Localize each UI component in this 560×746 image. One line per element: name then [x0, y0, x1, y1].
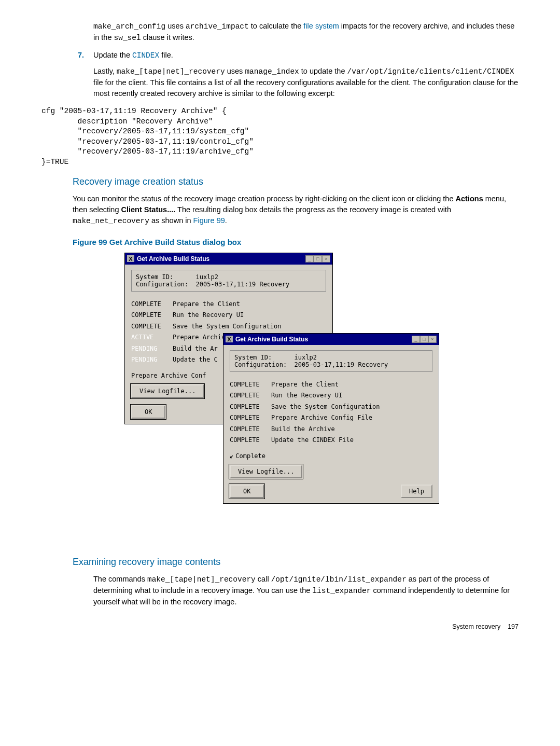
titlebar[interactable]: X Get Archive Build Status _ □ ×: [125, 253, 332, 265]
examining-paragraph: The commands make_[tape|net]_recovery ca…: [93, 574, 519, 607]
code-link[interactable]: CINDEX: [132, 51, 159, 60]
step-paragraph: Lastly, make_[tape|net]_recovery uses ma…: [93, 66, 519, 99]
app-icon: X: [127, 255, 134, 262]
status-row: COMPLETERun the Recovery UI: [230, 390, 432, 402]
status-row: COMPLETEBuild the Archive: [230, 424, 432, 435]
step-title: Update the CINDEX file.: [93, 51, 519, 60]
status-row: COMPLETEPrepare Archive Config File: [230, 412, 432, 424]
status-row: COMPLETERun the Recovery UI: [131, 310, 326, 321]
figure-caption: Figure 99 Get Archive Build Status dialo…: [73, 238, 519, 246]
minimize-icon[interactable]: _: [412, 336, 420, 343]
close-icon[interactable]: ×: [322, 255, 330, 263]
complete-icon: [230, 452, 235, 460]
link-figure-99[interactable]: Figure 99: [193, 216, 225, 225]
figure-99: X Get Archive Build Status _ □ × System …: [124, 253, 519, 554]
page-footer: System recovery 197: [41, 623, 519, 630]
progress-text: Complete: [230, 452, 432, 460]
status-row: COMPLETEPrepare the Client: [230, 379, 432, 391]
link-file-system[interactable]: file system: [303, 22, 339, 30]
ok-button[interactable]: OK: [230, 485, 264, 498]
system-info: System ID: iuxlp2 Configuration: 2005-03…: [131, 270, 326, 292]
system-info: System ID: iuxlp2 Configuration: 2005-03…: [230, 350, 432, 372]
app-icon: X: [226, 336, 233, 342]
code: sw_sel: [114, 34, 141, 42]
status-paragraph: You can monitor the status of the recove…: [73, 194, 519, 227]
help-button[interactable]: Help: [401, 485, 432, 498]
section-heading-examining: Examining recovery image contents: [73, 557, 519, 568]
maximize-icon[interactable]: □: [420, 336, 428, 343]
view-logfile-button[interactable]: View Logfile...: [131, 384, 204, 398]
status-row: COMPLETEUpdate the CINDEX File: [230, 435, 432, 446]
section-heading-status: Recovery image creation status: [73, 176, 519, 187]
window-title: Get Archive Build Status: [235, 336, 308, 343]
code-block: cfg "2005-03-17,11:19 Recovery Archive" …: [41, 106, 519, 167]
code: make_arch_config: [93, 22, 165, 31]
code: archive_impact: [186, 22, 249, 31]
ok-button[interactable]: OK: [131, 405, 165, 419]
maximize-icon[interactable]: □: [314, 255, 322, 263]
view-logfile-button[interactable]: View Logfile...: [230, 465, 302, 478]
status-list: COMPLETEPrepare the Client COMPLETERun t…: [230, 379, 432, 447]
titlebar[interactable]: X Get Archive Build Status _ □ ×: [223, 334, 439, 345]
window-title: Get Archive Build Status: [137, 255, 209, 263]
status-row: COMPLETESave the System Configuration: [230, 402, 432, 413]
status-row: COMPLETESave the System Configuration: [131, 321, 326, 333]
step-number: 7.: [78, 51, 93, 60]
close-icon[interactable]: ×: [428, 336, 437, 343]
minimize-icon[interactable]: _: [305, 255, 314, 263]
dialog-build-status-2: X Get Archive Build Status _ □ × System …: [223, 333, 439, 504]
intro-paragraph: make_arch_config uses archive_impact to …: [93, 21, 519, 44]
status-row: COMPLETEPrepare the Client: [131, 299, 326, 310]
